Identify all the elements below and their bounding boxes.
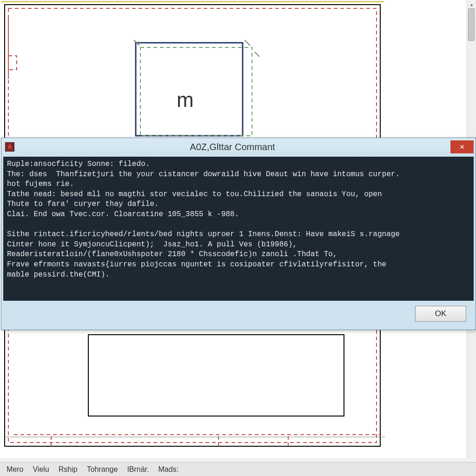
dialog-footer: OK [1,301,476,327]
menu-item-4[interactable]: IBrnär. [122,463,153,476]
close-button[interactable]: × [450,140,474,153]
bottom-menu-bar: Mero Vielu Rship Tohrange IBrnär. Mads: [0,462,476,476]
scroll-thumb[interactable] [468,8,475,41]
svg-rect-0 [1,1,384,2]
error-dialog: A A0Z,Glttar Commant × Ruple:ansocficity… [1,138,476,330]
scroll-up-arrow[interactable]: ▴ [469,2,474,7]
svg-rect-10 [140,47,252,136]
svg-rect-2 [88,335,344,416]
menu-item-5[interactable]: Mads: [154,463,184,476]
dialog-message: Ruple:ansocficity Sonne: filedo. The: ds… [3,157,474,301]
svg-line-12 [245,40,250,46]
menu-item-1[interactable]: Vielu [28,463,53,476]
app-icon: A [5,142,14,152]
ok-button[interactable]: OK [415,306,466,322]
close-icon: × [460,142,465,152]
object-label-m: m [177,88,194,112]
dialog-titlebar[interactable]: A A0Z,Glttar Commant × [1,138,476,156]
menu-item-0[interactable]: Mero [2,463,28,476]
menu-item-2[interactable]: Rship [54,463,82,476]
svg-line-13 [255,52,259,57]
svg-rect-15 [8,56,17,70]
dialog-title: A0Z,Glttar Commant [14,142,450,152]
menu-item-3[interactable]: Tohrange [82,463,123,476]
